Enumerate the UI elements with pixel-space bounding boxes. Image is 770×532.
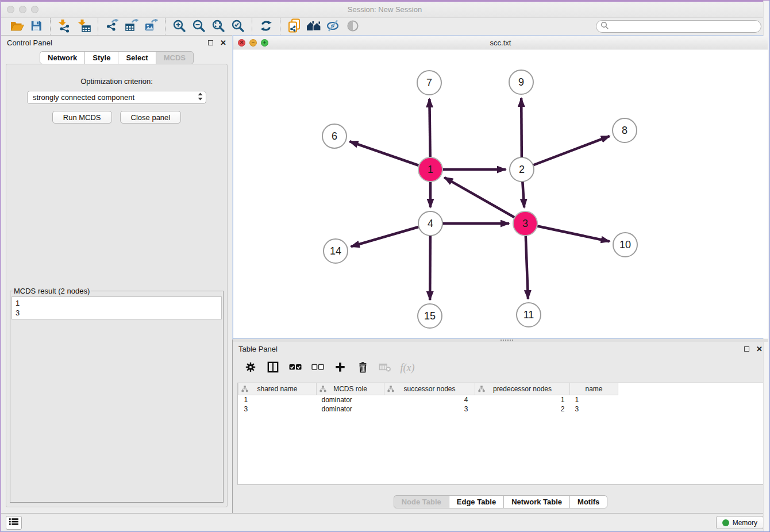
network-canvas[interactable]: 7968124314101511: [233, 49, 768, 338]
column-header-successor-nodes[interactable]: successor nodes: [384, 383, 475, 395]
close-panel-button[interactable]: Close panel: [120, 111, 182, 124]
table-row[interactable]: 1 dominator 4 1 1: [238, 395, 618, 404]
memory-status-icon: [722, 519, 729, 526]
graph-node-11[interactable]: 11: [517, 303, 541, 327]
graph-node-6[interactable]: 6: [322, 124, 346, 148]
network-window-controls: ✕ − +: [238, 39, 268, 47]
table-settings-button[interactable]: [242, 360, 259, 376]
column-header-shared-name[interactable]: shared name: [238, 383, 317, 395]
search-input[interactable]: [609, 22, 757, 30]
table-row[interactable]: 3 dominator 3 2 3: [238, 404, 618, 414]
graph-node-1[interactable]: 1: [418, 157, 442, 182]
function-builder-button[interactable]: f(x): [399, 360, 416, 376]
dropdown-stepper-icon: [197, 92, 203, 103]
home-button[interactable]: [304, 18, 324, 35]
tab-mcds[interactable]: MCDS: [156, 51, 194, 64]
column-header-name[interactable]: name: [570, 383, 618, 395]
zoom-out-button[interactable]: [189, 18, 209, 35]
graph-edge-3-1[interactable]: [444, 178, 525, 223]
graph-edge-2-8[interactable]: [522, 136, 610, 169]
select-all-button[interactable]: [287, 360, 304, 376]
column-header-mcds-role[interactable]: MCDS role: [317, 383, 384, 395]
export-network-button[interactable]: [102, 18, 122, 35]
graph-node-7[interactable]: 7: [417, 71, 441, 95]
import-table-button[interactable]: [74, 18, 94, 35]
window-title: Session: New Session: [1, 5, 768, 14]
open-file-button[interactable]: [7, 18, 26, 35]
close-window-button[interactable]: [7, 6, 14, 13]
horizontal-splitter[interactable]: [233, 339, 768, 342]
run-mcds-button[interactable]: Run MCDS: [52, 111, 112, 124]
cell-successor-nodes[interactable]: 4: [384, 395, 475, 404]
status-bar: Memory: [1, 513, 768, 531]
maximize-window-button[interactable]: [31, 6, 38, 13]
graph-node-2[interactable]: 2: [510, 157, 534, 182]
svg-text:1: 1: [428, 164, 433, 175]
cell-name[interactable]: 1: [570, 395, 618, 404]
network-minimize-button[interactable]: −: [249, 39, 257, 47]
graph-node-15[interactable]: 15: [418, 304, 442, 328]
clone-network-button[interactable]: [284, 18, 304, 35]
tab-node-table[interactable]: Node Table: [394, 495, 449, 508]
close-table-panel-icon[interactable]: ✕: [756, 346, 763, 352]
graph-svg[interactable]: 7968124314101511: [233, 49, 767, 338]
zoom-in-button[interactable]: [170, 18, 189, 35]
cell-name[interactable]: 3: [570, 404, 618, 414]
cell-mcds-role[interactable]: dominator: [317, 395, 384, 404]
tab-edge-table[interactable]: Edge Table: [449, 495, 504, 508]
cell-mcds-role[interactable]: dominator: [317, 404, 384, 414]
cell-predecessor-nodes[interactable]: 1: [475, 395, 570, 404]
hierarchy-icon: [387, 385, 394, 394]
refresh-layout-button[interactable]: [256, 18, 276, 35]
graph-node-3[interactable]: 3: [513, 211, 537, 236]
cell-successor-nodes[interactable]: 3: [384, 404, 475, 414]
mcds-result-text[interactable]: 1 3: [11, 296, 222, 319]
tab-network[interactable]: Network: [40, 51, 85, 64]
network-maximize-button[interactable]: +: [261, 39, 268, 47]
graph-node-9[interactable]: 9: [509, 70, 533, 94]
graph-node-14[interactable]: 14: [324, 239, 348, 263]
graph-edge-3-10[interactable]: [525, 223, 610, 241]
zoom-selected-button[interactable]: [228, 18, 248, 35]
delete-row-button[interactable]: [354, 360, 371, 376]
network-close-button[interactable]: ✕: [238, 39, 245, 47]
cell-shared-name[interactable]: 3: [238, 404, 317, 414]
save-session-button[interactable]: [26, 18, 46, 35]
column-header-predecessor-nodes[interactable]: predecessor nodes: [475, 383, 570, 395]
import-network-button[interactable]: [55, 18, 74, 35]
table-columns-button[interactable]: [264, 360, 282, 376]
gear-icon: [245, 361, 256, 375]
zoom-fit-button[interactable]: [209, 18, 228, 35]
tab-style[interactable]: Style: [84, 51, 118, 64]
zoom-in-icon: [172, 19, 186, 34]
close-panel-icon[interactable]: ✕: [220, 40, 226, 45]
table-header-row: shared name MCDS role successor nodes pr…: [238, 383, 618, 395]
add-row-button[interactable]: [332, 360, 349, 376]
hierarchy-icon: [241, 385, 248, 394]
float-table-panel-icon[interactable]: [744, 346, 749, 352]
two-houses-icon: [306, 20, 321, 34]
tab-network-table[interactable]: Network Table: [503, 495, 570, 508]
toggle-graphics-details-button[interactable]: [324, 18, 343, 35]
toolbar-separator: [98, 18, 98, 34]
graph-node-4[interactable]: 4: [418, 211, 442, 236]
export-table-button[interactable]: [122, 18, 141, 35]
eye-disabled-button[interactable]: [343, 18, 363, 35]
memory-button[interactable]: Memory: [716, 516, 764, 529]
tab-select[interactable]: Select: [118, 51, 156, 64]
delete-table-button[interactable]: [376, 360, 394, 376]
graph-node-8[interactable]: 8: [613, 118, 637, 142]
criterion-dropdown[interactable]: strongly connected component: [27, 91, 206, 104]
cell-predecessor-nodes[interactable]: 2: [475, 404, 570, 414]
graph-edge-1-6[interactable]: [349, 141, 430, 169]
unselect-all-button[interactable]: [309, 360, 326, 376]
search-icon: [600, 21, 609, 32]
export-image-button[interactable]: [141, 18, 161, 35]
float-panel-icon[interactable]: [208, 40, 213, 45]
minimize-window-button[interactable]: [19, 6, 26, 13]
graph-node-10[interactable]: 10: [613, 233, 637, 257]
right-column: ✕ − + scc.txt 7968124314101511 Table Pan…: [233, 36, 768, 513]
tab-motifs[interactable]: Motifs: [569, 495, 607, 508]
cell-shared-name[interactable]: 1: [238, 395, 317, 404]
task-history-button[interactable]: [6, 516, 22, 530]
